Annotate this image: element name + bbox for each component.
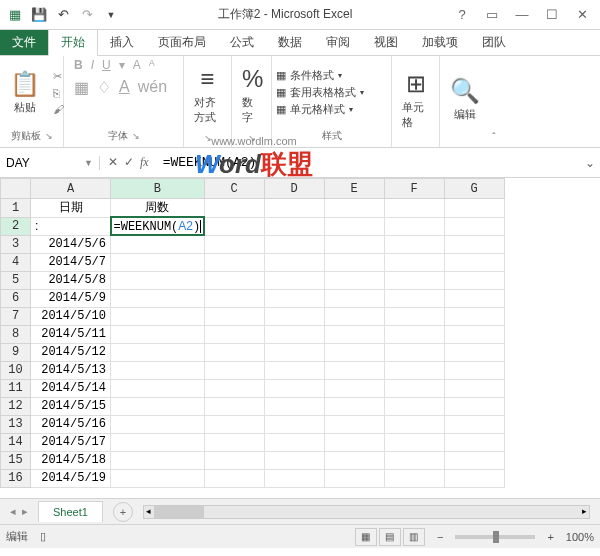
spreadsheet-grid[interactable]: ABCDEFG1日期周数2:=WEEKNUM(A2)32014/5/642014… <box>0 178 600 498</box>
cell-C3[interactable] <box>204 235 264 253</box>
paste-button[interactable]: 📋 粘贴 <box>4 68 46 117</box>
underline-button[interactable]: U <box>102 58 111 72</box>
cell-F4[interactable] <box>384 253 444 271</box>
cell-D6[interactable] <box>264 289 324 307</box>
cell-G12[interactable] <box>444 397 504 415</box>
cell-B15[interactable] <box>111 451 205 469</box>
format-table-button[interactable]: ▦套用表格格式▾ <box>276 85 364 100</box>
help-icon[interactable]: ? <box>448 4 476 26</box>
cell-F1[interactable] <box>384 199 444 218</box>
cell-G15[interactable] <box>444 451 504 469</box>
macro-record-icon[interactable]: ▯ <box>40 530 46 543</box>
collapse-ribbon-icon[interactable]: ˆ <box>492 132 495 143</box>
cell-C6[interactable] <box>204 289 264 307</box>
cell-C7[interactable] <box>204 307 264 325</box>
tab-prev-icon[interactable]: ◂ <box>10 505 16 518</box>
cell-D11[interactable] <box>264 379 324 397</box>
cell-D9[interactable] <box>264 343 324 361</box>
cell-D7[interactable] <box>264 307 324 325</box>
horizontal-scrollbar[interactable]: ◂▸ <box>143 505 590 519</box>
cell-G16[interactable] <box>444 469 504 487</box>
cell-C13[interactable] <box>204 415 264 433</box>
cell-style-button[interactable]: ▦单元格样式▾ <box>276 102 364 117</box>
tab-file[interactable]: 文件 <box>0 30 48 55</box>
cell-F2[interactable] <box>384 217 444 235</box>
col-header-D[interactable]: D <box>264 179 324 199</box>
minimize-icon[interactable]: — <box>508 4 536 26</box>
cell-C11[interactable] <box>204 379 264 397</box>
cell-B1[interactable]: 周数 <box>111 199 205 218</box>
row-header-1[interactable]: 1 <box>1 199 31 218</box>
cell-A1[interactable]: 日期 <box>31 199 111 218</box>
cell-E6[interactable] <box>324 289 384 307</box>
cell-C2[interactable] <box>204 217 264 235</box>
ribbon-options-icon[interactable]: ▭ <box>478 4 506 26</box>
cell-B6[interactable] <box>111 289 205 307</box>
add-sheet-button[interactable]: + <box>113 502 133 522</box>
scroll-right-icon[interactable]: ▸ <box>582 506 587 516</box>
col-header-F[interactable]: F <box>384 179 444 199</box>
cell-E7[interactable] <box>324 307 384 325</box>
cell-G11[interactable] <box>444 379 504 397</box>
cell-C9[interactable] <box>204 343 264 361</box>
scrollbar-thumb[interactable] <box>154 506 204 518</box>
qat-dropdown-icon[interactable]: ▼ <box>100 4 122 26</box>
cell-B5[interactable] <box>111 271 205 289</box>
cell-G7[interactable] <box>444 307 504 325</box>
cell-B14[interactable] <box>111 433 205 451</box>
cell-A9[interactable]: 2014/5/12 <box>31 343 111 361</box>
cell-G9[interactable] <box>444 343 504 361</box>
cell-C10[interactable] <box>204 361 264 379</box>
cell-B4[interactable] <box>111 253 205 271</box>
view-layout-button[interactable]: ▤ <box>379 528 401 546</box>
cell-A6[interactable]: 2014/5/9 <box>31 289 111 307</box>
cell-E3[interactable] <box>324 235 384 253</box>
tab-团队[interactable]: 团队 <box>470 30 518 55</box>
cell-F7[interactable] <box>384 307 444 325</box>
cell-D8[interactable] <box>264 325 324 343</box>
cell-D14[interactable] <box>264 433 324 451</box>
cell-E1[interactable] <box>324 199 384 218</box>
cell-C14[interactable] <box>204 433 264 451</box>
cell-F12[interactable] <box>384 397 444 415</box>
cell-A3[interactable]: 2014/5/6 <box>31 235 111 253</box>
cell-E4[interactable] <box>324 253 384 271</box>
row-header-2[interactable]: 2 <box>1 217 31 235</box>
cell-A7[interactable]: 2014/5/10 <box>31 307 111 325</box>
cell-F3[interactable] <box>384 235 444 253</box>
cell-C12[interactable] <box>204 397 264 415</box>
zoom-level[interactable]: 100% <box>566 531 594 543</box>
cell-E12[interactable] <box>324 397 384 415</box>
row-header-11[interactable]: 11 <box>1 379 31 397</box>
border-icon[interactable]: ▦ <box>74 78 89 97</box>
col-header-B[interactable]: B <box>111 179 205 199</box>
cell-A13[interactable]: 2014/5/16 <box>31 415 111 433</box>
cell-F16[interactable] <box>384 469 444 487</box>
cell-G13[interactable] <box>444 415 504 433</box>
cell-E13[interactable] <box>324 415 384 433</box>
close-icon[interactable]: ✕ <box>568 4 596 26</box>
cell-C5[interactable] <box>204 271 264 289</box>
cell-G4[interactable] <box>444 253 504 271</box>
cell-A10[interactable]: 2014/5/13 <box>31 361 111 379</box>
cell-F14[interactable] <box>384 433 444 451</box>
cell-B7[interactable] <box>111 307 205 325</box>
zoom-out-icon[interactable]: − <box>437 531 443 543</box>
cell-D1[interactable] <box>264 199 324 218</box>
cell-B12[interactable] <box>111 397 205 415</box>
cell-D3[interactable] <box>264 235 324 253</box>
row-header-12[interactable]: 12 <box>1 397 31 415</box>
tab-next-icon[interactable]: ▸ <box>22 505 28 518</box>
cell-D16[interactable] <box>264 469 324 487</box>
expand-formula-bar-icon[interactable]: ⌄ <box>580 156 600 170</box>
number-launcher-icon[interactable]: ↘ <box>248 133 256 143</box>
cell-G10[interactable] <box>444 361 504 379</box>
fx-icon[interactable]: fx <box>140 155 149 170</box>
cell-C16[interactable] <box>204 469 264 487</box>
cell-D15[interactable] <box>264 451 324 469</box>
row-header-3[interactable]: 3 <box>1 235 31 253</box>
redo-icon[interactable]: ↷ <box>76 4 98 26</box>
col-header-E[interactable]: E <box>324 179 384 199</box>
cell-A4[interactable]: 2014/5/7 <box>31 253 111 271</box>
cell-F5[interactable] <box>384 271 444 289</box>
